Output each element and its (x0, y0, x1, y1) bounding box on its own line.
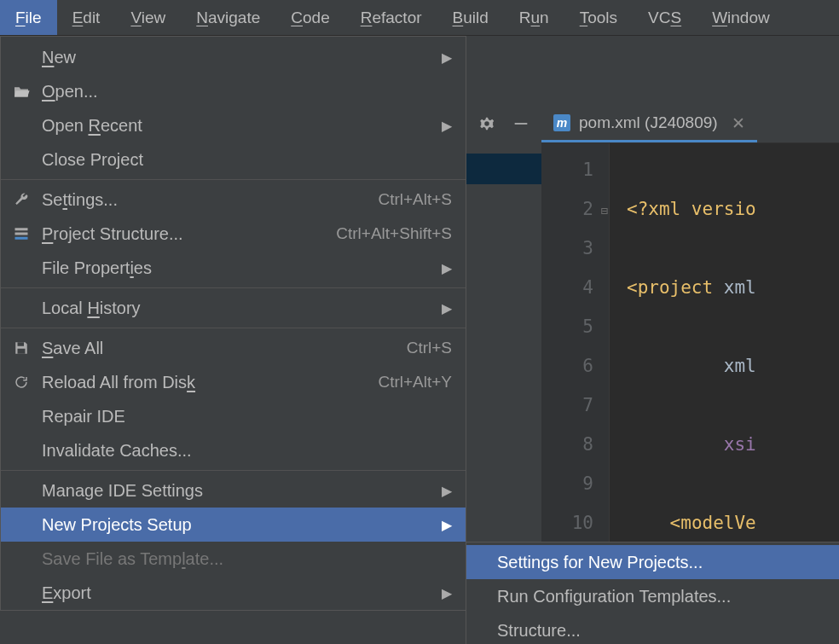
menu-item-label: File Properties (35, 258, 433, 278)
menu-view[interactable]: View (115, 0, 181, 35)
chevron-right-icon: ▶ (433, 49, 452, 66)
file-menu-item-13[interactable]: New Projects Setup▶ (1, 508, 466, 542)
fold-icon[interactable]: ⊟ (601, 191, 608, 230)
separator (1, 179, 466, 180)
file-menu-item-6[interactable]: File Properties▶ (1, 251, 466, 285)
submenu-item-0[interactable]: Settings for New Projects... (466, 545, 839, 579)
chevron-right-icon: ▶ (433, 517, 452, 533)
menu-item-label: New (35, 48, 433, 67)
file-dropdown: New▶Open...Open Recent▶Close ProjectSett… (0, 36, 466, 611)
separator (1, 470, 466, 471)
menu-navigate[interactable]: Navigate (181, 0, 275, 35)
separator (1, 287, 466, 288)
submenu-item-label: Settings for New Projects... (490, 553, 826, 572)
menu-shortcut: Ctrl+Alt+Shift+S (336, 224, 452, 243)
blank-icon (8, 150, 35, 169)
menu-window[interactable]: Window (697, 0, 785, 35)
chevron-right-icon: ▶ (433, 118, 452, 134)
structure-icon (8, 224, 35, 243)
blank-icon (8, 441, 35, 460)
blank-icon (8, 481, 35, 500)
menu-item-label: New Projects Setup (35, 515, 433, 535)
editor-tab-bar: m pom.xml (J240809) ✕ (541, 106, 839, 143)
close-icon[interactable]: ✕ (726, 113, 745, 133)
editor-tab-pom[interactable]: m pom.xml (J240809) ✕ (541, 106, 757, 142)
menu-edit[interactable]: Edit (57, 0, 116, 35)
menu-item-label: Settings... (35, 190, 378, 210)
blank-icon (8, 549, 35, 568)
menu-tools[interactable]: Tools (564, 0, 633, 35)
minimize-icon[interactable] (512, 114, 530, 137)
svg-rect-0 (515, 123, 528, 125)
menu-item-label: Export (35, 583, 433, 603)
svg-rect-2 (15, 233, 28, 235)
menu-item-label: Project Structure... (35, 224, 336, 244)
menu-item-label: Manage IDE Settings (35, 481, 433, 501)
file-menu-item-0[interactable]: New▶ (1, 40, 466, 74)
file-menu-item-14: Save File as Template... (1, 542, 466, 576)
blank-icon (8, 583, 35, 602)
file-menu-item-11[interactable]: Invalidate Caches... (1, 433, 466, 467)
file-menu-item-3[interactable]: Close Project (1, 142, 466, 177)
file-menu-item-2[interactable]: Open Recent▶ (1, 108, 466, 142)
chevron-right-icon: ▶ (433, 260, 452, 276)
menu-shortcut: Ctrl+Alt+Y (378, 373, 452, 392)
file-menu-item-9[interactable]: Reload All from DiskCtrl+Alt+Y (1, 365, 466, 399)
svg-rect-1 (15, 228, 28, 230)
chevron-right-icon: ▶ (433, 483, 452, 499)
menu-item-label: Save All (35, 339, 407, 358)
blank-icon (8, 116, 35, 135)
file-menu-item-15[interactable]: Export▶ (1, 576, 466, 610)
blank-icon (8, 407, 35, 426)
reload-icon (8, 373, 35, 392)
menu-item-label: Open... (35, 82, 452, 102)
save-icon (8, 339, 35, 357)
submenu-item-2[interactable]: Structure... (466, 613, 839, 644)
menu-item-label: Reload All from Disk (35, 373, 378, 392)
blank-icon (8, 258, 35, 277)
file-menu-item-7[interactable]: Local History▶ (1, 291, 466, 325)
blank-icon (8, 299, 35, 317)
file-menu-item-10[interactable]: Repair IDE (1, 399, 466, 433)
tab-label: pom.xml (J240809) (579, 113, 718, 132)
file-menu-item-5[interactable]: Project Structure...Ctrl+Alt+Shift+S (1, 217, 466, 251)
menu-build[interactable]: Build (437, 0, 504, 35)
menu-shortcut: Ctrl+S (407, 339, 452, 357)
menubar: File Edit View Navigate Code Refactor Bu… (0, 0, 839, 36)
blank-icon (8, 515, 35, 534)
menu-item-label: Save File as Template... (35, 549, 452, 569)
new-projects-setup-submenu: Settings for New Projects...Run Configur… (466, 542, 839, 644)
svg-rect-4 (18, 342, 25, 346)
menu-vcs[interactable]: VCS (633, 0, 697, 35)
chevron-right-icon: ▶ (433, 300, 452, 316)
menu-refactor[interactable]: Refactor (345, 0, 437, 35)
menu-item-label: Invalidate Caches... (35, 441, 452, 461)
chevron-right-icon: ▶ (433, 585, 452, 601)
submenu-item-label: Run Configuration Templates... (490, 587, 826, 606)
file-menu-item-1[interactable]: Open... (1, 74, 466, 108)
wrench-icon (8, 190, 35, 209)
menu-item-label: Repair IDE (35, 407, 452, 426)
menu-file[interactable]: File (0, 0, 57, 35)
file-menu-item-4[interactable]: Settings...Ctrl+Alt+S (1, 183, 466, 217)
blank-icon (8, 48, 35, 67)
file-menu-item-8[interactable]: Save AllCtrl+S (1, 331, 466, 365)
menu-shortcut: Ctrl+Alt+S (378, 190, 452, 209)
maven-icon: m (553, 114, 570, 131)
svg-rect-5 (18, 349, 26, 354)
gear-icon[interactable] (477, 114, 496, 137)
menu-item-label: Close Project (35, 150, 452, 170)
svg-rect-3 (15, 237, 28, 240)
menu-run[interactable]: Run (504, 0, 564, 35)
file-menu-item-12[interactable]: Manage IDE Settings▶ (1, 473, 466, 508)
submenu-item-1[interactable]: Run Configuration Templates... (466, 579, 839, 613)
open-icon (8, 82, 35, 101)
submenu-item-label: Structure... (490, 621, 826, 641)
separator (1, 328, 466, 328)
menu-item-label: Open Recent (35, 116, 433, 136)
menu-code[interactable]: Code (275, 0, 344, 35)
menu-item-label: Local History (35, 299, 433, 318)
